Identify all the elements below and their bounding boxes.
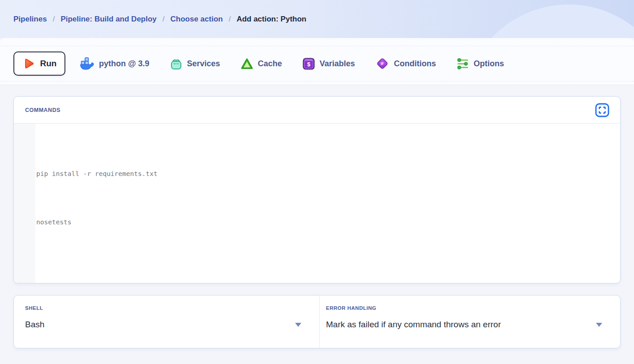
shell-field: SHELL Bash <box>14 295 319 348</box>
code-line: nosetests <box>36 214 616 230</box>
tab-label: Services <box>187 59 220 69</box>
commands-panel: COMMANDS pip install -r requirements.txt… <box>13 96 621 283</box>
action-tabs: python @ 3.9 Services <box>80 57 504 70</box>
shell-label: SHELL <box>25 305 307 311</box>
breadcrumb-separator: / <box>53 15 55 24</box>
run-button-label: Run <box>40 59 57 69</box>
tab-label: Variables <box>320 59 355 69</box>
breadcrumb: Pipelines / Pipeline: Build and Deploy /… <box>13 0 306 38</box>
cache-icon <box>241 58 253 70</box>
options-icon <box>457 58 469 70</box>
editor-gutter <box>14 124 35 283</box>
header-decorative-circle <box>463 4 634 38</box>
error-handling-field: ERROR HANDLING Mark as failed if any com… <box>319 295 620 348</box>
commands-code-editor[interactable]: pip install -r requirements.txt nosetest… <box>14 124 620 283</box>
shell-select[interactable]: Bash <box>25 320 307 330</box>
fullscreen-icon <box>595 103 610 118</box>
breadcrumb-choose-action[interactable]: Choose action <box>171 15 223 24</box>
tab-label: Cache <box>258 59 282 69</box>
tab-label: Conditions <box>394 59 436 69</box>
svg-text:$: $ <box>307 60 311 67</box>
commands-panel-title: COMMANDS <box>25 107 60 113</box>
breadcrumb-pipeline-build-and-deploy[interactable]: Pipeline: Build and Deploy <box>60 15 156 24</box>
breadcrumb-pipelines[interactable]: Pipelines <box>13 15 47 24</box>
tab-services[interactable]: Services <box>170 58 220 70</box>
breadcrumb-current-page: Add action: Python <box>236 15 306 24</box>
chevron-down-icon <box>295 323 301 327</box>
expand-editor-button[interactable] <box>594 102 610 118</box>
tab-label: Options <box>474 59 504 69</box>
error-handling-selected-value: Mark as failed if any command throws an … <box>326 320 501 330</box>
tab-label: python @ 3.9 <box>99 59 150 69</box>
settings-panel: SHELL Bash ERROR HANDLING Mark as failed… <box>13 295 621 348</box>
breadcrumb-separator: / <box>163 15 165 24</box>
run-button[interactable]: Run <box>13 51 65 76</box>
tab-environment-python[interactable]: python @ 3.9 <box>80 57 150 70</box>
svg-text:IF: IF <box>381 61 384 66</box>
variables-icon: $ <box>303 58 315 70</box>
tab-conditions[interactable]: IF Conditions <box>376 57 436 70</box>
editor-content: pip install -r requirements.txt nosetest… <box>36 133 616 262</box>
services-icon <box>170 58 182 70</box>
shell-selected-value: Bash <box>25 320 44 330</box>
docker-icon <box>80 57 94 70</box>
play-icon <box>22 57 35 70</box>
tab-cache[interactable]: Cache <box>241 58 282 70</box>
tab-options[interactable]: Options <box>457 58 504 70</box>
code-line: pip install -r requirements.txt <box>36 166 616 182</box>
tab-variables[interactable]: $ Variables <box>303 58 355 70</box>
action-toolbar-inner: Run python @ 3.9 <box>0 46 634 81</box>
commands-panel-header: COMMANDS <box>14 97 620 124</box>
breadcrumb-separator: / <box>229 15 231 24</box>
error-handling-label: ERROR HANDLING <box>326 305 608 311</box>
chevron-down-icon <box>596 323 602 327</box>
error-handling-select[interactable]: Mark as failed if any command throws an … <box>326 320 608 330</box>
action-toolbar: Run python @ 3.9 <box>0 38 634 85</box>
conditions-icon: IF <box>376 57 389 70</box>
